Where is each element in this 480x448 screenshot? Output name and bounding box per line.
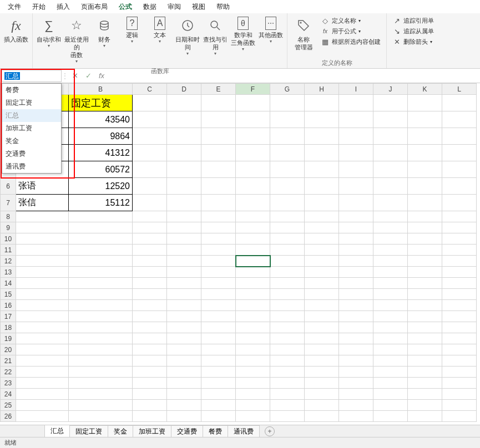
cell[interactable] [373,95,408,111]
cell[interactable] [69,355,133,366]
row-header[interactable]: 6 [1,178,16,195]
menu-item-插入[interactable]: 插入 [51,1,75,13]
cell[interactable] [167,355,201,366]
dropdown-item[interactable]: 通讯费 [2,160,61,173]
cell[interactable] [373,267,408,278]
cell[interactable] [133,289,167,300]
cell[interactable] [442,161,477,178]
cell[interactable] [236,195,270,211]
cell[interactable] [305,233,339,245]
cell[interactable] [339,311,373,322]
cell[interactable] [442,378,477,389]
dropdown-item[interactable]: 餐费 [2,84,61,96]
cell[interactable] [373,195,408,211]
cell[interactable] [270,300,305,311]
cell[interactable] [69,278,133,289]
cell[interactable] [270,366,305,378]
cell[interactable] [201,355,236,366]
menu-item-审阅[interactable]: 审阅 [162,1,186,13]
cell[interactable] [270,211,305,222]
cell[interactable] [69,300,133,311]
cell[interactable] [442,333,477,344]
cell[interactable] [442,222,477,233]
cell[interactable] [133,128,167,145]
cell[interactable] [16,278,69,289]
cell[interactable] [339,344,373,355]
lookup-button[interactable]: 查找与引用 ▾ [201,14,229,66]
cell[interactable] [167,411,201,422]
cell[interactable] [270,344,305,355]
cell[interactable] [167,389,201,400]
column-header[interactable]: B [69,84,133,95]
cell[interactable] [270,311,305,322]
cell[interactable] [408,256,442,267]
cell[interactable] [167,256,201,267]
cell[interactable] [133,178,167,195]
cell[interactable] [305,245,339,256]
cell[interactable] [339,267,373,278]
row-header[interactable]: 17 [1,311,16,322]
cell[interactable] [339,322,373,333]
cell[interactable] [442,211,477,222]
cell[interactable] [167,245,201,256]
cell[interactable] [69,256,133,267]
column-header[interactable]: D [167,84,201,95]
cell[interactable] [305,333,339,344]
cell[interactable] [69,344,133,355]
column-header[interactable]: H [305,84,339,95]
menu-item-开始[interactable]: 开始 [27,1,51,13]
cell[interactable] [270,178,305,195]
cell[interactable] [167,289,201,300]
cell[interactable] [69,400,133,411]
cell[interactable] [373,211,408,222]
cell[interactable] [201,211,236,222]
cell[interactable] [373,322,408,333]
row-header[interactable]: 13 [1,267,16,278]
cell[interactable] [408,289,442,300]
cell[interactable]: 张信 [16,195,69,211]
cell[interactable] [305,128,339,145]
cell[interactable] [201,278,236,289]
autosum-button[interactable]: ∑ 自动求和 ▾ [35,14,63,66]
cell[interactable] [270,195,305,211]
dropdown-item[interactable]: 奖金 [2,135,61,147]
cell[interactable] [408,389,442,400]
cell[interactable] [167,145,201,161]
row-header[interactable]: 26 [1,411,16,422]
cell[interactable] [16,267,69,278]
cell[interactable] [270,278,305,289]
cell[interactable] [69,211,133,222]
cell[interactable] [339,195,373,211]
cell[interactable] [442,289,477,300]
cell[interactable] [339,95,373,111]
trace-dependents-button[interactable]: ↘ 追踪从属单 [392,27,434,35]
cell[interactable] [373,344,408,355]
cell[interactable] [201,256,236,267]
cell[interactable] [236,300,270,311]
cell[interactable] [442,267,477,278]
cell[interactable] [305,355,339,366]
cell[interactable] [339,333,373,344]
cell[interactable] [442,411,477,422]
cell[interactable] [408,355,442,366]
cell[interactable] [167,222,201,233]
cell[interactable]: 41312 [69,145,133,161]
cell[interactable] [133,95,167,111]
row-header[interactable]: 8 [1,211,16,222]
cell[interactable] [236,233,270,245]
sheet-tab[interactable]: 交通费 [171,425,203,437]
cell[interactable] [305,400,339,411]
cell[interactable] [201,366,236,378]
menu-item-公式[interactable]: 公式 [113,1,138,13]
cell[interactable] [339,178,373,195]
cell[interactable] [167,333,201,344]
cell[interactable] [270,161,305,178]
cell[interactable] [236,111,270,128]
cell[interactable] [167,95,201,111]
cell[interactable] [69,222,133,233]
cell[interactable] [373,278,408,289]
cell[interactable] [408,322,442,333]
cell[interactable] [16,211,69,222]
cell[interactable] [408,211,442,222]
row-header[interactable]: 10 [1,233,16,245]
